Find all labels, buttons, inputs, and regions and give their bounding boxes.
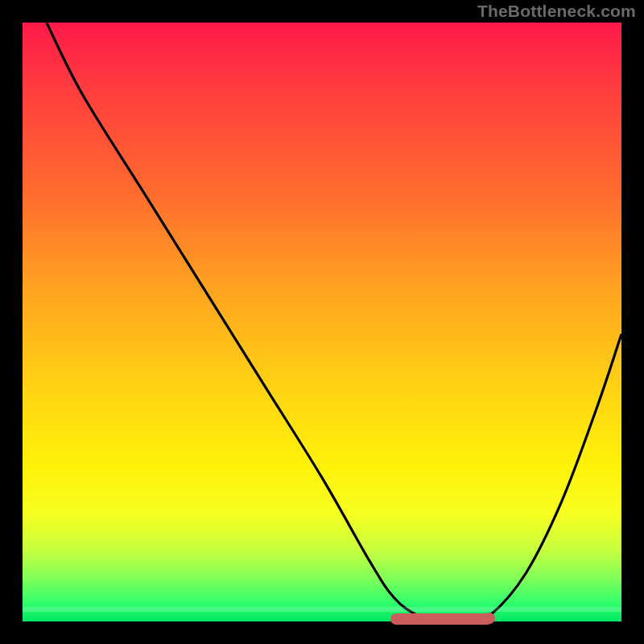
plot-area xyxy=(23,23,621,621)
chart-frame: TheBottleneck.com xyxy=(0,0,644,644)
curve-svg xyxy=(23,23,621,621)
watermark-text: TheBottleneck.com xyxy=(477,2,636,21)
optimal-range-marker xyxy=(390,613,493,625)
optimal-point-marker xyxy=(484,613,495,624)
bottleneck-curve-path xyxy=(47,23,621,621)
